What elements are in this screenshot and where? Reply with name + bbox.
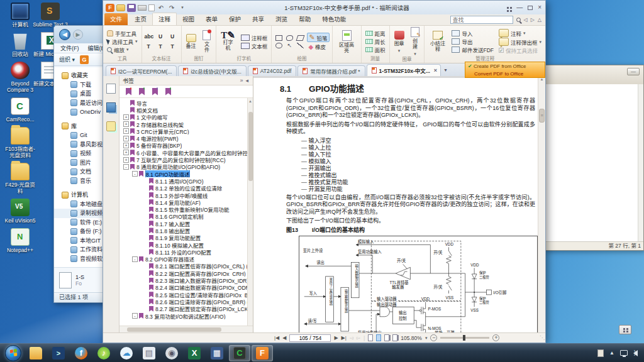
bookmark-item[interactable]: 8.1.9 复用功能配置 — [119, 234, 247, 241]
desktop-icon[interactable]: 计算机 — [11, 3, 30, 28]
ribbon-tab-文件[interactable]: 文件 — [104, 13, 128, 25]
qat-more-icon[interactable]: ▾ — [178, 4, 187, 12]
expander-icon[interactable] — [142, 207, 148, 212]
comments-panel-icon[interactable] — [106, 121, 116, 131]
taskbar-app-button[interactable]: F — [252, 345, 273, 361]
document-tab[interactable]: 常用存储器介绍.pdf * × — [297, 65, 365, 76]
expander-icon[interactable]: + — [123, 114, 129, 120]
distance-button[interactable]: 距离 — [364, 30, 387, 37]
restore-icon[interactable] — [528, 6, 533, 10]
rectangle-icon[interactable] — [275, 35, 282, 41]
prev-result-icon[interactable]: ◁ — [524, 17, 528, 23]
expander-icon[interactable] — [142, 249, 148, 255]
first-page-icon[interactable]: |◀ — [274, 335, 279, 341]
expander-icon[interactable] — [142, 306, 148, 312]
ribbon-tab-视图[interactable]: 视图 — [177, 13, 200, 25]
bookmark-item[interactable]: 8.2.1 端口配置低寄存器(GPIOx_CRL) (x=A..E) — [119, 263, 247, 270]
expander-icon[interactable]: - — [123, 164, 129, 170]
zoom-dropdown-icon[interactable]: ▾ — [425, 336, 428, 341]
continuous-view-icon[interactable] — [376, 334, 381, 341]
next-view-icon[interactable]: ▻ — [357, 335, 360, 341]
last-page-icon[interactable]: ▶| — [341, 335, 347, 341]
expander-icon[interactable] — [142, 192, 148, 198]
summarize-comments-button[interactable]: 小结注释 — [427, 31, 448, 52]
resize-grip[interactable]: ⋱ — [540, 335, 544, 341]
bookmark-item[interactable]: 8.1.6 GPIO锁定机制 — [119, 213, 247, 220]
tab-list-dropdown-icon[interactable]: ▾ — [445, 67, 447, 73]
taskbar-app-button[interactable]: ▤ — [138, 345, 160, 361]
bookmark-item[interactable]: 8.1.7 输入配置 — [119, 220, 247, 227]
typewriter-button[interactable]: T✎打字机 — [219, 33, 237, 51]
area-button[interactable]: 面积 — [364, 46, 387, 53]
layout-grid-icon[interactable] — [507, 7, 509, 9]
next-page-icon[interactable]: ▶ — [334, 335, 338, 341]
forward-icon[interactable]: ▶ — [73, 30, 83, 40]
search-icon[interactable] — [516, 18, 521, 22]
open-icon[interactable] — [116, 4, 125, 11]
expander-icon[interactable] — [142, 221, 148, 226]
panel-collapse-icon[interactable]: ◂ — [244, 77, 250, 84]
move-bookmark-icon[interactable] — [152, 88, 158, 96]
scrollbar-thumb[interactable] — [127, 327, 221, 332]
callout-button[interactable]: 注释框 — [240, 34, 269, 41]
start-button[interactable] — [5, 345, 21, 361]
expander-icon[interactable] — [142, 199, 148, 205]
keep-tool-selected-checkbox[interactable]: ✔保持工具选择 — [497, 47, 543, 54]
bookmarks-horizontal-scrollbar[interactable] — [119, 326, 253, 332]
area-highlight-button[interactable]: 区域高亮 — [335, 30, 358, 53]
pdf-vertical-scrollbar[interactable]: ▲ — [538, 76, 545, 332]
minimize-icon[interactable]: — — [627, 68, 640, 75]
ribbon-tab-浏览[interactable]: 浏览 — [270, 13, 293, 25]
taskbar-app-button[interactable] — [25, 345, 47, 361]
stamp-button[interactable]: 图章▾ — [392, 31, 406, 53]
line-icon[interactable] — [297, 43, 304, 48]
expander-icon[interactable]: + — [123, 121, 129, 127]
taskbar-app-button[interactable]: f — [70, 345, 92, 361]
expander-icon[interactable] — [142, 214, 148, 219]
bookmark-item[interactable]: - 8 通用和复用功能I/O(GPIO和AFIO) — [119, 163, 247, 170]
bookmark-item[interactable]: 8.2.3 端口输入数据寄存器(GPIOx_IDR) (x=A..E) — [119, 277, 247, 283]
volume-icon[interactable] — [633, 350, 638, 356]
expander-icon[interactable]: + — [123, 128, 129, 134]
foxit-logo-icon[interactable]: F — [106, 4, 114, 12]
continuous-facing-view-icon[interactable] — [392, 334, 397, 341]
taskbar-app-button[interactable]: X — [184, 345, 205, 361]
expander-icon[interactable] — [142, 299, 148, 304]
export-button[interactable]: 导出 — [450, 38, 495, 45]
file-attach-button[interactable]: 文件 — [201, 30, 214, 53]
network-icon[interactable] — [620, 350, 628, 356]
text-markup-button[interactable]: U — [157, 33, 165, 41]
zoom-out-icon[interactable]: − — [430, 334, 437, 341]
oval-icon[interactable] — [275, 43, 282, 48]
expander-icon[interactable] — [142, 292, 148, 297]
bookmark-item[interactable]: 相关文档 — [119, 106, 247, 113]
ribbon-tab-特色功能[interactable]: 特色功能 — [316, 13, 352, 25]
find-input[interactable] — [450, 16, 513, 24]
convert-pdf-popup[interactable]: Create PDF from Office Convert PDF to Of… — [465, 62, 545, 78]
bookmark-item[interactable]: + 4 电源控制(PWR) — [119, 134, 247, 141]
expander-icon[interactable]: - — [132, 313, 138, 319]
comment-popup-button[interactable]: 注释弹出框▾ — [497, 38, 543, 46]
bookmark-item[interactable]: + 5 备份寄存器(BKP) — [119, 142, 247, 149]
bookmark-item[interactable]: 8.1.8 输出配置 — [119, 227, 247, 234]
desktop-icon[interactable]: F429-光盘资料 — [3, 163, 38, 194]
tray-expand-icon[interactable]: ▲ — [609, 350, 614, 356]
expander-icon[interactable] — [142, 270, 148, 276]
single-page-view-icon[interactable] — [368, 334, 373, 341]
collapse-ribbon-icon[interactable]: △ — [538, 17, 541, 23]
bookmark-item[interactable]: 8.1.1 通用I/O(GPIO) — [119, 177, 247, 184]
desktop-icon[interactable]: 回收站 — [11, 32, 30, 57]
expander-icon[interactable]: + — [123, 150, 129, 155]
bookmark-item[interactable]: + 1 文中的缩写 — [119, 114, 247, 121]
thumbnails-panel-icon[interactable] — [106, 84, 116, 94]
pdf-page-view[interactable]: 8.1 GPIO功能描述 每个GPI/O端口有两个32位配置寄存器(GPIOx_… — [253, 76, 538, 332]
taskbar-app-button[interactable]: ☁ — [116, 345, 137, 361]
minimize-icon[interactable]: — — [516, 4, 523, 11]
hand-tool-button[interactable]: 手型工具 — [106, 30, 139, 37]
bookmark-item[interactable]: 8.2.4 端口输出数据寄存器(GPIOx_ODR) (x=A..E) — [119, 284, 247, 291]
bookmark-item[interactable]: 8.2.6 端口位清除寄存器(GPIOx_BRR) (x=A..E) — [119, 298, 247, 305]
expander-icon[interactable]: - — [132, 256, 138, 262]
zoom-slider-thumb[interactable] — [463, 335, 465, 341]
editor-scrollbar[interactable] — [638, 84, 643, 241]
tray-app-icon[interactable] — [597, 349, 604, 357]
